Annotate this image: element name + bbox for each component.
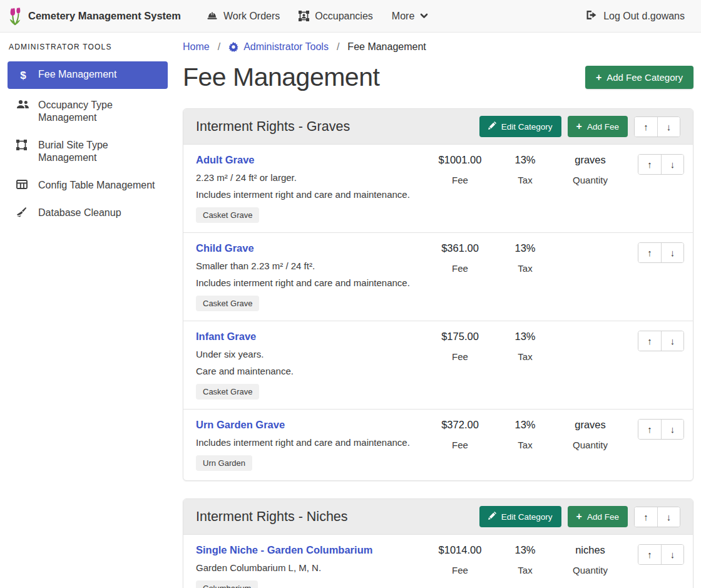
fee-tax-col: 13% Tax: [493, 242, 558, 311]
sidebar-item-occupancy-type[interactable]: Occupancy Type Management: [8, 94, 168, 129]
fee-name-link[interactable]: Urn Garden Grave: [196, 419, 285, 431]
fee-category-card-graves: Interment Rights - Graves Edit Category …: [183, 108, 693, 481]
fee-amount-col: $372.00 Fee: [427, 418, 493, 471]
fee-row-infant-grave: Infant Grave Under six years. Care and m…: [183, 321, 693, 409]
move-fee-down-button[interactable]: ↓: [661, 545, 683, 564]
fee-tax-label: Tax: [493, 351, 558, 362]
edit-category-button[interactable]: Edit Category: [479, 116, 561, 137]
fee-amount: $1014.00: [427, 544, 493, 556]
move-category-down-button[interactable]: ↓: [657, 117, 680, 137]
edit-category-label: Edit Category: [501, 512, 553, 522]
fee-tax-col: 13% Tax: [493, 330, 558, 400]
breadcrumb-home-link[interactable]: Home: [183, 41, 210, 53]
broom-icon: [16, 207, 30, 217]
app-title: Cemetery Management System: [28, 10, 181, 22]
move-fee-down-button[interactable]: ↓: [661, 420, 683, 439]
fee-quantity-label: Quantity: [558, 175, 623, 185]
app-brand[interactable]: Cemetery Management System: [8, 7, 181, 26]
fee-description: Includes interment right and care and ma…: [196, 277, 421, 288]
logout-button[interactable]: Log Out d.gowans: [586, 10, 685, 23]
edit-category-button[interactable]: Edit Category: [479, 506, 561, 527]
fee-type-badge: Casket Grave: [196, 296, 259, 311]
fee-amount-col: $361.00 Fee: [427, 242, 493, 311]
category-reorder-group: ↑ ↓: [634, 116, 680, 137]
fee-tax-col: 13% Tax: [493, 153, 558, 223]
fee-quantity-col: [558, 242, 623, 311]
move-fee-down-button[interactable]: ↓: [661, 331, 683, 351]
sidebar-item-database-cleanup[interactable]: Database Cleanup: [8, 202, 168, 224]
fee-category-card-niches: Interment Rights - Niches Edit Category …: [183, 498, 693, 588]
fee-tax: 13%: [493, 331, 558, 343]
fee-quantity: niches: [558, 544, 623, 556]
fee-tax-col: 13% Tax: [493, 418, 558, 471]
pencil-icon: [488, 512, 496, 522]
category-title: Interment Rights - Graves: [196, 119, 473, 135]
fee-quantity-col: graves Quantity: [558, 418, 623, 471]
fee-tax: 13%: [493, 242, 558, 254]
breadcrumb-separator: /: [337, 41, 339, 53]
fee-amount-label: Fee: [427, 263, 493, 274]
gear-icon: [228, 42, 238, 52]
fee-reorder-group: ↑ ↓: [638, 242, 684, 263]
logout-label: Log Out d.gowans: [603, 11, 685, 22]
fee-amount: $361.00: [427, 242, 493, 254]
move-fee-up-button[interactable]: ↑: [638, 243, 661, 262]
fee-type-badge: Urn Garden: [196, 455, 252, 471]
fee-tax-label: Tax: [493, 175, 558, 185]
nav-more[interactable]: More: [392, 11, 428, 22]
fee-type-badge: Columbarium: [196, 580, 258, 588]
move-fee-up-button[interactable]: ↑: [638, 331, 661, 351]
add-fee-category-button[interactable]: + Add Fee Category: [585, 66, 693, 89]
sidebar-item-burial-site-type[interactable]: Burial Site Type Management: [8, 134, 168, 169]
fee-quantity-col: [558, 330, 623, 400]
fee-description: Care and maintenance.: [196, 366, 421, 376]
fee-name-link[interactable]: Child Grave: [196, 242, 254, 254]
nav-occupancies[interactable]: Occupancies: [299, 11, 373, 22]
add-fee-label: Add Fee: [587, 512, 619, 522]
move-fee-up-button[interactable]: ↑: [638, 155, 661, 174]
fee-row-child-grave: Child Grave Smaller than 2.23 m² / 24 ft…: [183, 232, 693, 321]
move-category-up-button[interactable]: ↑: [635, 507, 657, 527]
move-fee-up-button[interactable]: ↑: [638, 545, 661, 564]
fee-name-link[interactable]: Single Niche - Garden Columbarium: [196, 544, 372, 556]
fee-tax-label: Tax: [493, 565, 558, 575]
sidebar-item-label: Database Cleanup: [38, 207, 121, 219]
page-title: Fee Management: [183, 63, 379, 92]
add-fee-button[interactable]: + Add Fee: [568, 506, 628, 527]
fee-name-link[interactable]: Adult Grave: [196, 154, 255, 166]
fee-quantity: graves: [558, 419, 623, 431]
chevron-down-icon: [420, 13, 428, 19]
breadcrumb-admin-tools-label: Administrator Tools: [243, 41, 329, 53]
move-category-up-button[interactable]: ↑: [635, 117, 657, 137]
sidebar-item-fee-management[interactable]: $ Fee Management: [8, 61, 168, 89]
vector-square-icon: [16, 140, 30, 150]
move-fee-up-button[interactable]: ↑: [638, 420, 661, 439]
nav-work-orders[interactable]: Work Orders: [207, 11, 280, 22]
sidebar-item-label: Burial Site Type Management: [38, 139, 161, 164]
sidebar-item-label: Config Table Management: [38, 179, 155, 192]
plus-icon: +: [596, 73, 601, 83]
fee-quantity-col: niches Quantity: [558, 544, 623, 588]
fee-row-single-niche: Single Niche - Garden Columbarium Garden…: [183, 534, 693, 588]
fee-name-link[interactable]: Infant Grave: [196, 331, 256, 343]
fee-tax: 13%: [493, 154, 558, 166]
category-title: Interment Rights - Niches: [196, 509, 473, 525]
fee-tax: 13%: [493, 544, 558, 556]
fee-type-badge: Casket Grave: [196, 207, 259, 223]
move-fee-down-button[interactable]: ↓: [661, 155, 683, 174]
add-fee-button[interactable]: + Add Fee: [568, 116, 628, 137]
pencil-icon: [488, 121, 496, 132]
logout-icon: [586, 10, 598, 23]
category-header: Interment Rights - Niches Edit Category …: [183, 499, 693, 534]
fee-row-urn-garden-grave: Urn Garden Grave Includes interment righ…: [183, 409, 693, 480]
tulip-logo-icon: [8, 7, 23, 26]
fee-amount-label: Fee: [427, 175, 493, 185]
sidebar-item-label: Fee Management: [38, 68, 116, 81]
fee-tax: 13%: [493, 419, 558, 431]
table-icon: [16, 180, 30, 189]
sidebar-item-config-table[interactable]: Config Table Management: [8, 174, 168, 197]
breadcrumb-admin-tools-link[interactable]: Administrator Tools: [228, 41, 329, 53]
move-category-down-button[interactable]: ↓: [657, 507, 680, 527]
move-fee-down-button[interactable]: ↓: [661, 243, 683, 262]
breadcrumb-current: Fee Management: [347, 41, 426, 53]
